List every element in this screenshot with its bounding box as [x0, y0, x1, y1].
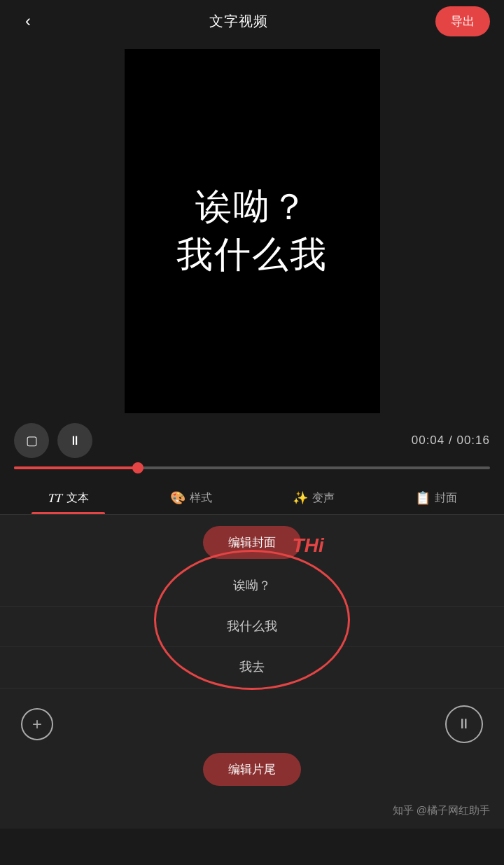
app-header: ‹ 文字视频 导出 [0, 0, 504, 42]
cover-tab-icon: 📋 [415, 490, 430, 506]
text-tab-label: 文本 [66, 491, 89, 506]
voice-tab-icon: ✨ [293, 490, 308, 506]
text-item-1-content: 诶呦？ [233, 579, 271, 593]
pause-button[interactable]: ⏸ [57, 423, 92, 458]
tab-voice[interactable]: ✨ 变声 [252, 480, 374, 514]
text-item-3-content: 我去 [239, 660, 265, 674]
video-preview-area: 诶呦？ 我什么我 [0, 42, 504, 413]
pause-icon: ⏸ [69, 434, 81, 448]
export-button[interactable]: 导出 [435, 6, 490, 36]
cover-tab-label: 封面 [435, 491, 457, 506]
progress-fill [14, 466, 138, 469]
text-item-2[interactable]: 我什么我 [0, 607, 504, 647]
stop-icon: ▢ [26, 433, 38, 448]
control-buttons: ▢ ⏸ [14, 423, 92, 458]
time-separator: / [444, 434, 456, 447]
progress-track[interactable] [14, 466, 490, 469]
text-items-list: 诶呦？ 我什么我 我去 [0, 559, 504, 696]
bottom-row: + ⏸ [0, 696, 504, 753]
voice-tab-label: 变声 [312, 491, 335, 506]
video-container[interactable]: 诶呦？ 我什么我 [125, 49, 380, 413]
edit-cover-section: 编辑封面 [0, 515, 504, 559]
content-area: THi 编辑封面 诶呦？ 我什么我 我去 + ⏸ 编辑片尾 知乎 @橘子网红助手 [0, 515, 504, 829]
stop-button[interactable]: ▢ [14, 423, 49, 458]
page-title: 文字视频 [209, 12, 268, 31]
progress-bar-container[interactable] [0, 458, 504, 480]
progress-thumb[interactable] [132, 462, 144, 473]
style-tab-label: 样式 [190, 491, 212, 506]
current-time: 00:04 [412, 434, 445, 447]
text-tab-icon: 𝑇𝑇 [48, 491, 62, 506]
text-item-3[interactable]: 我去 [0, 647, 504, 688]
edit-cover-button[interactable]: 编辑封面 [203, 526, 301, 559]
total-time: 00:16 [456, 434, 490, 447]
play-pause-button[interactable]: ⏸ [445, 705, 483, 743]
back-button[interactable]: ‹ [14, 7, 42, 35]
playback-controls: ▢ ⏸ 00:04 / 00:16 [0, 413, 504, 458]
video-line2: 我什么我 [176, 234, 328, 275]
tab-text[interactable]: 𝑇𝑇 文本 [7, 481, 130, 514]
edit-tail-button[interactable]: 编辑片尾 [203, 753, 301, 786]
tab-style[interactable]: 🎨 样式 [130, 480, 252, 514]
time-display: 00:04 / 00:16 [412, 434, 490, 448]
video-line1: 诶呦？ [195, 186, 309, 227]
style-tab-icon: 🎨 [170, 490, 186, 506]
add-button[interactable]: + [21, 708, 53, 740]
video-text: 诶呦？ 我什么我 [176, 184, 328, 278]
tab-cover[interactable]: 📋 封面 [374, 480, 497, 514]
tab-bar: 𝑇𝑇 文本 🎨 样式 ✨ 变声 📋 封面 [0, 480, 504, 515]
text-item-1[interactable]: 诶呦？ [0, 566, 504, 607]
edit-tail-section: 编辑片尾 [0, 753, 504, 797]
text-item-2-content: 我什么我 [227, 619, 277, 633]
add-icon: + [32, 714, 42, 734]
play-pause-icon: ⏸ [457, 716, 471, 732]
watermark: 知乎 @橘子网红助手 [0, 797, 504, 829]
